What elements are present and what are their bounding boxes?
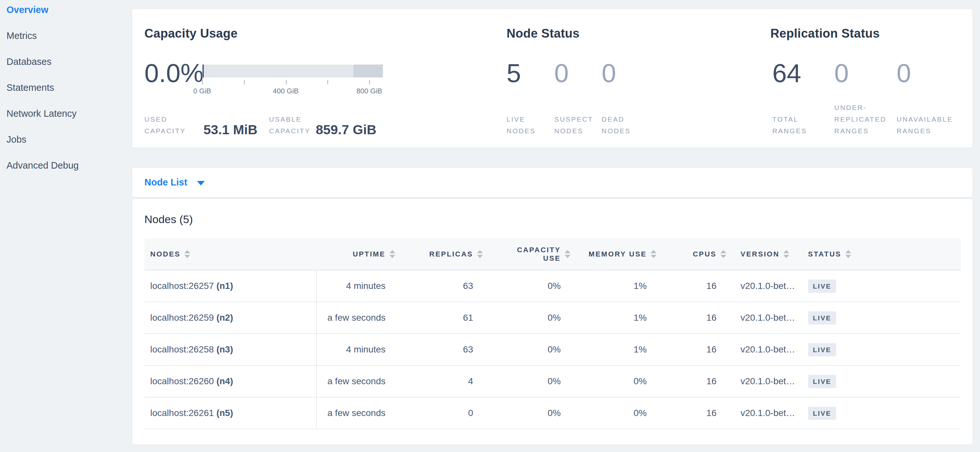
sort-icon [390,250,395,258]
nodes-card: Nodes (5) NODES UPTIME REPLICAS [132,198,973,445]
axis-tick [202,80,203,84]
sort-header-version[interactable]: VERSION [730,238,805,270]
under-replicated-ranges-count: 0 [834,60,849,86]
axis-tick [244,80,245,84]
node-list-dropdown-label: Node List [145,177,187,188]
node-list-dropdown[interactable]: Node List [145,168,205,197]
node-list-strip: Node List [132,167,973,197]
replicas-cell: 4 [399,365,487,397]
sort-icon [721,250,726,258]
replicas-cell: 0 [399,397,487,429]
replication-status-section: Replication Status 64 0 0 TOTAL RANGES U… [770,9,972,147]
replication-status-title: Replication Status [770,27,880,41]
sidebar-item-network-latency[interactable]: Network Latency [0,100,130,127]
capacity-bar-used-marker [202,65,204,78]
node-id: (n1) [216,281,233,291]
table-row[interactable]: localhost:26259 (n2) a few seconds 61 0%… [145,302,961,334]
table-header-row: NODES UPTIME REPLICAS CAPACITY USE MEMOR… [145,238,961,270]
memory-use-cell: 0% [574,365,660,397]
sort-icon [783,250,789,258]
version-cell: v20.1.0-bet… [730,397,805,429]
uptime-cell: a few seconds [317,365,399,397]
table-row[interactable]: localhost:26261 (n5) a few seconds 0 0% … [145,397,961,429]
capacity-use-cell: 0% [487,270,574,302]
axis-tick-label: 400 GiB [273,87,299,95]
cpus-cell: 16 [660,397,730,429]
sort-icon [565,250,571,258]
dead-nodes-count: 0 [601,60,616,86]
node-id: (n5) [216,408,233,418]
sidebar-item-statements[interactable]: Statements [0,75,130,100]
memory-use-cell: 1% [574,302,660,334]
column-label: STATUS [808,250,842,259]
sort-header-capacity-use[interactable]: CAPACITY USE [487,238,574,270]
table-row[interactable]: localhost:26260 (n4) a few seconds 4 0% … [145,365,961,397]
sort-header-replicas[interactable]: REPLICAS [399,238,487,270]
sort-icon [477,250,483,258]
cpus-cell: 16 [660,270,730,302]
chevron-down-icon [197,181,205,186]
column-label: CAPACITY USE [517,246,561,263]
axis-tick [369,80,370,84]
column-label: REPLICAS [429,250,473,259]
uptime-cell: 4 minutes [317,334,399,365]
node-status-title: Node Status [507,27,579,41]
axis-tick-label: 800 GiB [356,87,382,95]
replicas-cell: 63 [399,334,487,365]
column-label: UPTIME [353,250,385,259]
sort-header-cpus[interactable]: CPUS [660,238,730,270]
memory-use-cell: 1% [574,334,660,365]
node-status-section: Node Status 5 0 0 LIVE NODES SUSPECT NOD… [507,9,766,147]
node-address-link[interactable]: localhost:26257 [150,281,214,291]
column-label: CPUS [693,250,716,259]
replicas-cell: 61 [399,302,487,334]
sort-header-memory-use[interactable]: MEMORY USE [574,238,660,270]
version-cell: v20.1.0-bet… [730,302,805,334]
table-row[interactable]: localhost:26258 (n3) 4 minutes 63 0% 1% … [145,334,961,365]
sort-header-uptime[interactable]: UPTIME [317,238,399,270]
node-id: (n3) [216,344,233,354]
nodes-table: NODES UPTIME REPLICAS CAPACITY USE MEMOR… [145,238,961,429]
capacity-used-percent: 0.0% [145,60,204,86]
axis-tick [286,80,286,84]
cpus-cell: 16 [660,302,730,334]
usable-capacity-label: USABLE CAPACITY [269,114,310,137]
column-label: VERSION [741,250,780,259]
sidebar-item-metrics[interactable]: Metrics [0,23,130,49]
sort-header-status[interactable]: STATUS [805,238,961,270]
sort-icon [845,250,851,258]
memory-use-cell: 0% [574,397,660,429]
sidebar-item-overview[interactable]: Overview [0,0,130,23]
node-address-link[interactable]: localhost:26260 [150,376,214,386]
axis-tick [328,80,328,84]
total-ranges-count: 64 [772,60,801,86]
capacity-use-cell: 0% [487,365,574,397]
usable-capacity-value: 859.7 GiB [316,122,376,138]
replicas-cell: 63 [399,270,487,302]
node-address-link[interactable]: localhost:26258 [150,344,214,354]
total-ranges-label: TOTAL RANGES [772,114,807,137]
cpus-cell: 16 [660,334,730,365]
capacity-usage-bar-chart: 0 GiB 400 GiB 800 GiB [202,65,383,107]
cpus-cell: 16 [660,365,730,397]
version-cell: v20.1.0-bet… [730,270,805,302]
sidebar: Overview Metrics Databases Statements Ne… [0,0,130,452]
column-label: MEMORY USE [589,250,647,259]
sidebar-item-advanced-debug[interactable]: Advanced Debug [0,152,130,178]
node-id: (n2) [216,312,233,323]
column-label: NODES [150,250,180,259]
sidebar-item-databases[interactable]: Databases [0,49,130,75]
uptime-cell: a few seconds [317,302,399,334]
sort-header-nodes[interactable]: NODES [145,238,317,270]
status-badge: LIVE [808,311,836,325]
sort-icon [184,250,190,258]
sidebar-item-jobs[interactable]: Jobs [0,127,130,152]
node-id: (n4) [216,376,233,386]
node-address-link[interactable]: localhost:26261 [150,408,214,418]
nodes-table-title: Nodes (5) [145,213,193,226]
node-address-link[interactable]: localhost:26259 [150,312,214,323]
unavailable-ranges-count: 0 [897,60,911,86]
table-row[interactable]: localhost:26257 (n1) 4 minutes 63 0% 1% … [145,270,961,302]
live-nodes-label: LIVE NODES [507,114,536,137]
capacity-usage-section: Capacity Usage 0.0% 0 GiB 400 GiB 800 Gi… [145,9,504,147]
